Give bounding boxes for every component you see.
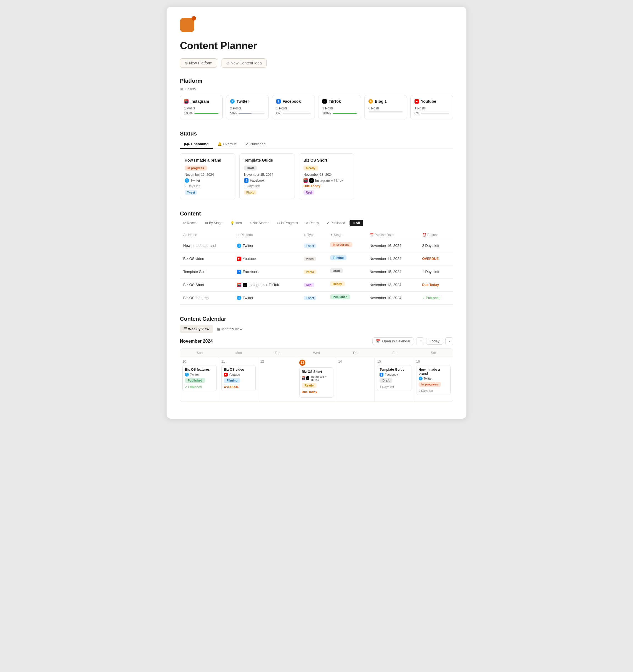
calendar-day: 12	[258, 357, 297, 402]
content-tab[interactable]: ○ Not Started	[246, 220, 273, 226]
platform-section-title: Platform	[180, 78, 453, 84]
calendar-day-header: Tue	[258, 349, 297, 357]
table-header: ⏰ Status	[419, 231, 453, 239]
table-header: ✦ Stage	[327, 231, 366, 239]
calendar-event[interactable]: Biz OS video ▶ Youtube Filming OVERDUE	[221, 365, 255, 391]
content-tab[interactable]: ⟳ Recent	[180, 220, 201, 226]
platform-grid: 📷 Instagram 1 Posts 100% 𝕏 Twitter 2 Pos…	[180, 95, 453, 119]
calendar-day-header: Sun	[180, 349, 219, 357]
open-in-calendar-button[interactable]: 📅 Open in Calendar	[372, 337, 414, 345]
calendar-event[interactable]: How I made a brand 𝕏 Twitter In progress…	[416, 365, 451, 395]
logo-area	[180, 18, 453, 33]
calendar-day: 11 Biz OS video ▶ Youtube Filming OVERDU…	[219, 357, 258, 402]
status-card[interactable]: Biz OS Short Ready November 13, 2024 📷 ♪…	[299, 153, 354, 199]
status-section: Status ▶▶ Upcoming🔔 Overdue✓ Published H…	[180, 130, 453, 199]
content-tab[interactable]: ≋ Ready	[302, 220, 322, 226]
table-header: ⊙ Type	[300, 231, 327, 239]
page-title: Content Planner	[180, 40, 453, 52]
table-header: Aa Name	[180, 231, 234, 239]
platform-card[interactable]: ✎ Blog 1 0 Posts	[364, 95, 407, 119]
calendar-section: Content Calendar ☰ Weekly view▦ Monthly …	[180, 316, 453, 402]
table-row[interactable]: Biz OS video ▶ Youtube Video Filming Nov…	[180, 252, 453, 265]
calendar-next-button[interactable]: ›	[445, 337, 453, 345]
status-tab[interactable]: ✓ Published	[241, 140, 270, 149]
platform-gallery-label: ⊞ Gallery	[180, 87, 453, 91]
calendar-day-header: Wed	[297, 349, 336, 357]
calendar-day: 15 Template Guide f Facebook Draft 1 Day…	[375, 357, 414, 402]
content-tabs: ⟳ Recent⊞ By Stage💡 Idea○ Not Started⊘ I…	[180, 220, 453, 226]
table-header: ⊞ Platform	[234, 231, 300, 239]
status-tab[interactable]: 🔔 Overdue	[213, 140, 241, 149]
platform-card[interactable]: 📷 Instagram 1 Posts 100%	[180, 95, 223, 119]
calendar-tabs: ☰ Weekly view▦ Monthly view	[180, 325, 453, 333]
calendar-day: 16 How I made a brand 𝕏 Twitter In progr…	[414, 357, 453, 402]
calendar-prev-button[interactable]: ‹	[416, 337, 424, 345]
calendar-day: 13 Biz OS Short 📷 ♪ Instagram + TikTok R…	[297, 357, 336, 402]
table-row[interactable]: How I made a brand 𝕏 Twitter Tweet In pr…	[180, 239, 453, 252]
content-table: Aa Name⊞ Platform⊙ Type✦ Stage📅 Publish …	[180, 231, 453, 305]
platform-card[interactable]: 𝕏 Twitter 2 Posts 50%	[226, 95, 269, 119]
calendar-day-header: Thu	[336, 349, 375, 357]
status-card[interactable]: How I made a brand In progress November …	[180, 153, 236, 199]
status-card[interactable]: Template Guide Draft November 15, 2024 f…	[239, 153, 295, 199]
calendar-day: 14	[336, 357, 375, 402]
calendar-day-header: Mon	[219, 349, 258, 357]
content-tab[interactable]: ✓ Published	[323, 220, 348, 226]
content-section: Content ⟳ Recent⊞ By Stage💡 Idea○ Not St…	[180, 211, 453, 305]
platform-section: Platform ⊞ Gallery 📷 Instagram 1 Posts 1…	[180, 78, 453, 119]
content-tab[interactable]: 💡 Idea	[227, 220, 245, 226]
calendar-tab[interactable]: ▦ Monthly view	[213, 325, 246, 333]
status-cards: How I made a brand In progress November …	[180, 153, 453, 199]
status-tabs: ▶▶ Upcoming🔔 Overdue✓ Published	[180, 140, 453, 149]
calendar-day-header: Sat	[414, 349, 453, 357]
content-tab[interactable]: ⊞ By Stage	[202, 220, 226, 226]
calendar-title: Content Calendar	[180, 316, 453, 322]
action-buttons: ⊕ New Platform ⊕ New Content Idea	[180, 58, 453, 68]
calendar-day: 10 Bis OS features 𝕏 Twitter Published ✓…	[180, 357, 219, 402]
calendar-grid: SunMonTueWedThuFriSat 10 Bis OS features…	[180, 349, 453, 402]
calendar-tab[interactable]: ☰ Weekly view	[180, 325, 213, 333]
calendar-icon: 📅	[376, 339, 380, 343]
content-section-title: Content	[180, 211, 453, 217]
calendar-event[interactable]: Template Guide f Facebook Draft 1 Days l…	[377, 365, 411, 391]
calendar-header: November 2024 📅 Open in Calendar ‹ Today…	[180, 337, 453, 345]
table-row[interactable]: Bis OS features 𝕏 Twitter Tweet Publishe…	[180, 291, 453, 304]
platform-card[interactable]: ▶ Youtube 1 Posts 0%	[410, 95, 453, 119]
platform-card[interactable]: f Facebook 1 Posts 0%	[272, 95, 315, 119]
calendar-event[interactable]: Bis OS features 𝕏 Twitter Published ✓ Pu…	[182, 365, 217, 391]
calendar-today-button[interactable]: Today	[426, 338, 443, 344]
new-platform-button[interactable]: ⊕ New Platform	[180, 58, 217, 68]
content-tab[interactable]: ≡ All	[349, 220, 363, 226]
table-row[interactable]: Biz OS Short 📷 ♪ Instagram + TikTok Reel…	[180, 278, 453, 291]
calendar-month: November 2024	[180, 339, 213, 344]
new-content-idea-button[interactable]: ⊕ New Content Idea	[222, 58, 267, 68]
calendar-event[interactable]: Biz OS Short 📷 ♪ Instagram + TikTok Read…	[299, 367, 334, 398]
calendar-day-header: Fri	[375, 349, 414, 357]
platform-card[interactable]: ♪ TikTok 1 Posts 100%	[318, 95, 361, 119]
app-logo-icon	[180, 18, 194, 32]
content-tab[interactable]: ⊘ In Progress	[274, 220, 301, 226]
gallery-icon: ⊞	[180, 87, 183, 91]
status-section-title: Status	[180, 130, 453, 137]
status-tab[interactable]: ▶▶ Upcoming	[180, 140, 213, 149]
table-row[interactable]: Template Guide f Facebook Photo Draft No…	[180, 265, 453, 278]
table-header: 📅 Publish Date	[366, 231, 419, 239]
